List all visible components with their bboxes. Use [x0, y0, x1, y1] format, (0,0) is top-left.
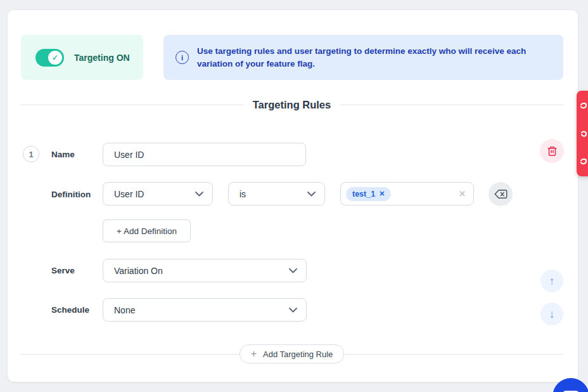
- section-heading-row: Targeting Rules: [20, 96, 563, 113]
- arrow-down-icon: ↓: [549, 308, 555, 321]
- feedback-side-tab[interactable]: [577, 91, 588, 176]
- targeting-status-card: ✓ Targeting ON: [21, 35, 143, 80]
- definition-property-select[interactable]: User ID: [103, 182, 213, 206]
- divider-line: [344, 354, 563, 355]
- chevron-down-icon: [195, 192, 203, 197]
- plus-icon: +: [251, 349, 257, 359]
- targeting-toggle-label: Targeting ON: [74, 53, 130, 63]
- definition-comparator-select[interactable]: is: [228, 182, 325, 206]
- chevron-down-icon: [289, 268, 297, 273]
- clear-values-icon[interactable]: ✕: [459, 189, 466, 199]
- move-rule-up-button[interactable]: ↑: [540, 270, 563, 292]
- schedule-label: Schedule: [51, 305, 89, 315]
- backspace-icon: [494, 189, 508, 199]
- definition-comparator-value: is: [240, 189, 246, 199]
- add-targeting-rule-label: Add Targeting Rule: [263, 350, 333, 359]
- info-banner: i Use targeting rules and user targeting…: [163, 35, 563, 80]
- value-chip-label: test_1: [352, 190, 375, 199]
- rule-name-input[interactable]: User ID: [103, 143, 306, 166]
- add-targeting-rule-button[interactable]: + Add Targeting Rule: [240, 344, 345, 363]
- name-label: Name: [51, 150, 75, 159]
- targeting-toggle[interactable]: ✓: [35, 49, 64, 67]
- divider-line: [20, 354, 240, 355]
- chevron-down-icon: [289, 308, 297, 313]
- rule-number-badge: 1: [23, 146, 39, 162]
- definition-property-value: User ID: [114, 189, 144, 199]
- side-tab-script-icon: [579, 100, 588, 171]
- section-title: Targeting Rules: [253, 99, 331, 111]
- delete-rule-button[interactable]: [540, 139, 564, 163]
- add-definition-button[interactable]: + Add Definition: [103, 219, 191, 242]
- serve-label: Serve: [51, 266, 75, 275]
- move-rule-down-button[interactable]: ↓: [540, 303, 563, 325]
- serve-value: Variation On: [114, 266, 163, 276]
- trash-icon: [547, 145, 558, 157]
- info-banner-text: Use targeting rules and user targeting t…: [197, 45, 551, 70]
- value-chip: test_1 ✕: [346, 187, 391, 201]
- chevron-down-icon: [307, 192, 316, 197]
- targeting-panel: ✓ Targeting ON i Use targeting rules and…: [8, 10, 578, 382]
- divider-line: [340, 105, 563, 105]
- toggle-check-icon: ✓: [48, 51, 62, 65]
- arrow-up-icon: ↑: [549, 275, 555, 288]
- definition-label: Definition: [51, 190, 91, 199]
- serve-select[interactable]: Variation On: [103, 259, 307, 282]
- remove-definition-button[interactable]: [489, 182, 513, 206]
- chip-remove-icon[interactable]: ✕: [379, 190, 385, 198]
- definition-values-input[interactable]: test_1 ✕ ✕: [340, 182, 474, 206]
- schedule-select[interactable]: None: [103, 298, 307, 322]
- schedule-value: None: [114, 305, 135, 315]
- divider-line: [20, 105, 244, 105]
- add-rule-row: + Add Targeting Rule: [20, 345, 563, 363]
- info-icon: i: [176, 51, 189, 64]
